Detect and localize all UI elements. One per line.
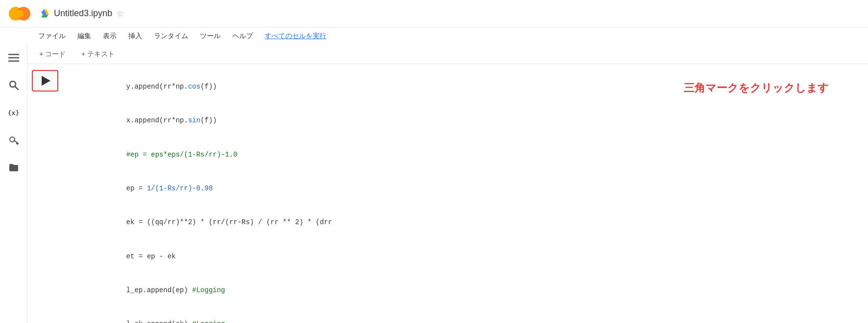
menu-file[interactable]: ファイル [33, 30, 71, 43]
code-line-8: l_ek.append(ek) #Logging [69, 307, 862, 323]
svg-rect-4 [8, 57, 19, 59]
colab-logo-icon [8, 2, 31, 25]
svg-point-2 [16, 10, 24, 18]
code-line-4: ep = 1/(1-Rs/rr)-0.98 [69, 172, 862, 206]
code-line-7: l_ep.append(ep) #Logging [69, 274, 862, 307]
play-icon [42, 76, 50, 86]
drive-icon [39, 8, 50, 19]
search-icon [8, 80, 19, 91]
key-icon-svg [8, 135, 19, 145]
folder-icon[interactable] [5, 159, 23, 176]
run-button[interactable] [32, 70, 58, 92]
menu-edit[interactable]: 編集 [73, 30, 96, 43]
svg-rect-5 [8, 61, 19, 62]
svg-rect-3 [8, 54, 19, 55]
code-line-3: #ep = eps*eps/(1-Rs/rr)-1.0 [69, 138, 862, 172]
menu-tools[interactable]: ツール [195, 30, 225, 43]
key-icon[interactable] [5, 131, 23, 149]
hamburger-icon [8, 52, 19, 63]
main-layout: {x} + コード + テキスト [0, 45, 868, 323]
code-toolbar: + コード + テキスト [27, 45, 868, 64]
menu-runtime[interactable]: ランタイム [149, 30, 193, 43]
variable-icon[interactable]: {x} [5, 104, 23, 121]
file-info: Untitled3.ipynb ☆ [39, 8, 124, 19]
star-icon[interactable]: ☆ [116, 8, 124, 19]
menu-help[interactable]: ヘルプ [227, 30, 258, 43]
search-icon[interactable] [5, 76, 23, 94]
menu-icon[interactable] [5, 49, 23, 67]
left-sidebar: {x} [0, 45, 27, 323]
menubar: ファイル 編集 表示 挿入 ランタイム ツール ヘルプ すべてのセルを実行 [0, 27, 868, 45]
add-text-button[interactable]: + テキスト [77, 48, 119, 61]
folder-icon-svg [8, 162, 19, 173]
annotation-text: 三角マークをクリックします [684, 81, 829, 95]
logo-area [8, 2, 31, 25]
code-content[interactable]: y.append(rr*np.cos(f)) x.append(rr*np.si… [63, 66, 868, 323]
svg-point-8 [10, 137, 15, 142]
header: Untitled3.ipynb ☆ [0, 0, 868, 27]
file-title: Untitled3.ipynb [54, 8, 112, 19]
run-btn-area: 1 秒 [27, 66, 63, 323]
menu-insert[interactable]: 挿入 [124, 30, 147, 43]
add-code-button[interactable]: + コード [35, 48, 70, 61]
menu-view[interactable]: 表示 [98, 30, 122, 43]
content-area: + コード + テキスト 1 秒 y.append(rr*np.cos(f)) [27, 45, 868, 323]
menu-run-all[interactable]: すべてのセルを実行 [260, 30, 331, 43]
code-cell: 1 秒 y.append(rr*np.cos(f)) x.append(rr*n… [27, 66, 868, 323]
code-line-2: x.append(rr*np.sin(f)) [69, 104, 862, 138]
code-line-5: ek = ((qq/rr)**2) * (rr/(rr-Rs) / (rr **… [69, 206, 862, 239]
code-line-6: et = ep - ek [69, 239, 862, 273]
svg-line-7 [15, 87, 18, 90]
